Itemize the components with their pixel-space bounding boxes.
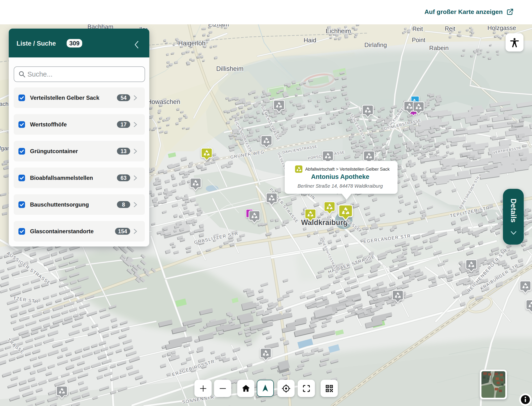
svg-text:Dirlafing: Dirlafing <box>364 41 387 48</box>
svg-text:Holzgasse: Holzgasse <box>487 24 516 31</box>
svg-text:Point: Point <box>412 37 425 43</box>
svg-text:Haid: Haid <box>303 37 316 44</box>
svg-text:Reit: Reit <box>445 25 455 32</box>
svg-text:Gelbach: Gelbach <box>0 101 8 107</box>
svg-text:Abfallwirtschaft > Verteilstel: Abfallwirtschaft > Verteilstellen Gelber… <box>305 167 390 172</box>
svg-text:Antonius Apotheke: Antonius Apotheke <box>311 173 369 180</box>
svg-text:Dillisheim: Dillisheim <box>216 65 244 72</box>
svg-text:Eichheim: Eichheim <box>326 27 351 35</box>
svg-text:Waldkraiburg: Waldkraiburg <box>301 218 348 227</box>
svg-text:Howaschen: Howaschen <box>147 98 180 105</box>
svg-text:Rabein: Rabein <box>429 44 449 51</box>
svg-text:Berliner Straße 14, 84478 Wald: Berliner Straße 14, 84478 Waldkraiburg <box>298 183 383 188</box>
svg-text:Haigerloh: Haigerloh <box>178 40 206 47</box>
svg-text:Reit: Reit <box>412 26 423 32</box>
